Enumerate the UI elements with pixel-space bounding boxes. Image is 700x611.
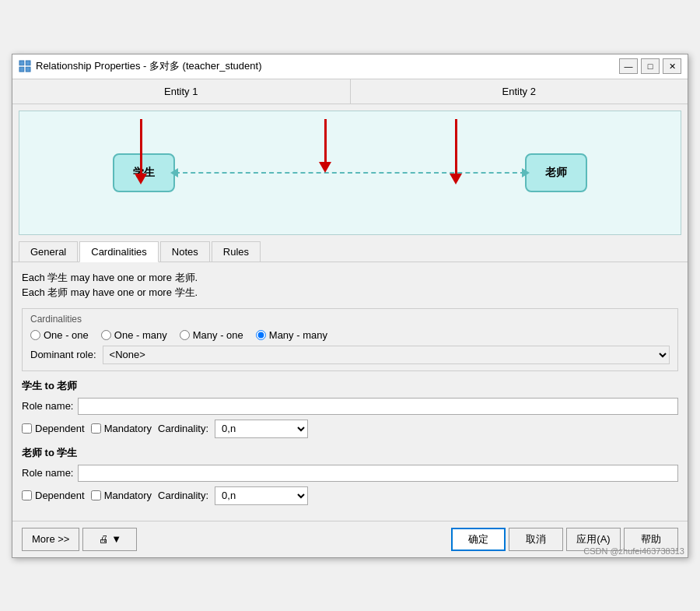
rel2-options-row: Dependent Mandatory Cardinality: 0,n: [22, 486, 678, 505]
entity2-header: Entity 2: [351, 79, 688, 104]
rel2-role-label: Role name:: [22, 467, 73, 479]
dominant-select[interactable]: <None>: [103, 346, 670, 364]
tabs-bar: General Cardinalities Notes Rules: [12, 241, 688, 262]
rel1-section: 学生 to 老师 Role name: Dependent Mandatory …: [22, 379, 678, 438]
rel1-role-input[interactable]: [78, 398, 678, 415]
radio-many-one[interactable]: Many - one: [180, 329, 243, 341]
print-button[interactable]: 🖨 ▼: [82, 528, 137, 551]
svg-rect-2: [19, 67, 24, 72]
rel2-cardinality-select[interactable]: 0,n: [215, 486, 308, 505]
minimize-button[interactable]: —: [619, 58, 638, 74]
rel2-mandatory[interactable]: Mandatory: [91, 490, 152, 501]
radio-one-one[interactable]: One - one: [30, 329, 89, 341]
rel2-title: 老师 to 学生: [22, 446, 678, 460]
rel2-cardinality-label: Cardinality:: [158, 490, 208, 501]
tab-general[interactable]: General: [19, 241, 78, 262]
red-arrow-entity2: [450, 119, 462, 184]
print-icon: 🖨 ▼: [99, 533, 121, 545]
entity-header: Entity 1 Entity 2: [12, 79, 688, 104]
radio-row: One - one One - many Many - one Many - m…: [30, 329, 670, 341]
title-bar: Relationship Properties - 多对多 (teacher_s…: [12, 54, 688, 79]
dominant-row: Dominant role: <None>: [30, 346, 670, 364]
description: Each 学生 may have one or more 老师. Each 老师…: [22, 270, 678, 300]
radio-many-many[interactable]: Many - many: [256, 329, 327, 341]
cancel-button[interactable]: 取消: [509, 528, 563, 551]
entity1-header: Entity 1: [12, 79, 351, 104]
main-window: Relationship Properties - 多对多 (teacher_s…: [12, 54, 688, 558]
rel2-role-input[interactable]: [78, 465, 678, 482]
window-icon: [19, 60, 31, 72]
svg-rect-1: [26, 61, 30, 65]
connector-arrow-right: [522, 168, 530, 177]
rel2-dependent[interactable]: Dependent: [22, 490, 85, 501]
rel1-title: 学生 to 老师: [22, 379, 678, 393]
connector-arrow-left: [170, 168, 178, 177]
red-arrow-entity1: [135, 119, 147, 184]
rel1-options-row: Dependent Mandatory Cardinality: 0,n: [22, 420, 678, 438]
tab-cardinalities[interactable]: Cardinalities: [79, 241, 159, 262]
title-bar-left: Relationship Properties - 多对多 (teacher_s…: [19, 59, 261, 73]
content-area: Each 学生 may have one or more 老师. Each 老师…: [12, 262, 688, 521]
cardinalities-group-label: Cardinalities: [30, 314, 670, 325]
maximize-button[interactable]: □: [641, 58, 660, 74]
cardinalities-group: Cardinalities One - one One - many Many …: [22, 308, 678, 371]
connector-line: [175, 172, 525, 174]
watermark: CSDN @zhufei463738313: [583, 546, 684, 556]
description-line1: Each 学生 may have one or more 老师.: [22, 270, 678, 286]
tab-rules[interactable]: Rules: [212, 241, 261, 262]
rel1-dependent[interactable]: Dependent: [22, 423, 85, 434]
rel1-cardinality-label: Cardinality:: [158, 423, 208, 434]
rel1-role-label: Role name:: [22, 400, 73, 412]
diagram-area: 学生 老师: [19, 111, 681, 235]
tab-notes[interactable]: Notes: [160, 241, 210, 262]
radio-one-many[interactable]: One - many: [101, 329, 167, 341]
rel1-mandatory[interactable]: Mandatory: [91, 423, 152, 434]
svg-rect-0: [19, 61, 24, 65]
window-controls: — □ ✕: [619, 58, 681, 74]
window-title: Relationship Properties - 多对多 (teacher_s…: [36, 59, 261, 73]
dominant-label: Dominant role:: [30, 349, 96, 360]
description-line2: Each 老师 may have one or more 学生.: [22, 285, 678, 300]
rel1-cardinality-select[interactable]: 0,n: [215, 420, 308, 438]
footer-left: More >> 🖨 ▼: [22, 528, 137, 551]
rel2-role-row: Role name:: [22, 465, 678, 482]
svg-rect-3: [26, 67, 30, 72]
rel2-section: 老师 to 学生 Role name: Dependent Mandatory …: [22, 446, 678, 505]
close-button[interactable]: ✕: [663, 58, 681, 74]
confirm-button[interactable]: 确定: [451, 528, 506, 551]
rel1-role-row: Role name:: [22, 398, 678, 415]
entity2-box: 老师: [525, 153, 587, 192]
red-arrow-middle: [319, 119, 331, 173]
more-button[interactable]: More >>: [22, 528, 79, 551]
